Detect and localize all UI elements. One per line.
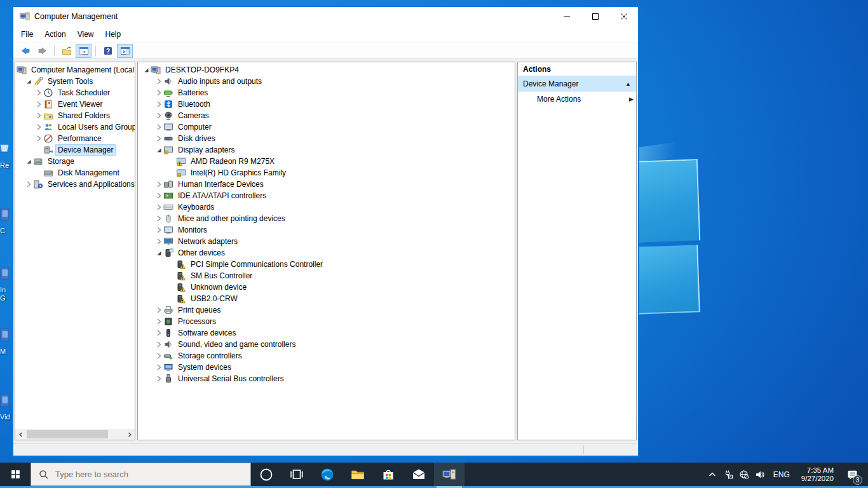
taskbar-app-microsoft-store[interactable] — [373, 463, 403, 486]
tree-item-storage-controllers[interactable]: Storage controllers — [138, 350, 515, 362]
tree-item-system-devices[interactable]: System devices — [138, 362, 515, 373]
tree-item-audio-inputs-and-outputs[interactable]: Audio inputs and outputs — [138, 76, 515, 87]
collapse-caret-icon[interactable]: ▲ — [625, 81, 631, 87]
tree-item-intel-r-hd-graphics-family[interactable]: Intel(R) HD Graphics Family — [138, 167, 515, 179]
chevron-collapsed-icon[interactable] — [34, 111, 43, 120]
tree-item-local-users-and-groups[interactable]: Local Users and Groups — [15, 121, 135, 133]
tree-item-disk-drives[interactable]: Disk drives — [138, 133, 515, 144]
chevron-collapsed-icon[interactable] — [154, 340, 163, 349]
chevron-collapsed-icon[interactable] — [154, 77, 163, 86]
desktop-icon-vid[interactable]: Vid — [0, 393, 14, 421]
tree-item-system-tools[interactable]: System Tools — [15, 76, 135, 87]
desktop-icon-ing[interactable]: In G — [0, 266, 14, 302]
menu-action[interactable]: Action — [39, 27, 71, 41]
expand-caret-icon[interactable]: ▶ — [629, 96, 634, 102]
tree-item-sound-video-and-game-controllers[interactable]: Sound, video and game controllers — [138, 339, 515, 350]
chevron-expanded-icon[interactable] — [24, 157, 33, 166]
tree-item-computer[interactable]: Computer — [138, 121, 515, 133]
taskbar-app-file-explorer[interactable] — [342, 463, 373, 486]
chevron-collapsed-icon[interactable] — [154, 351, 163, 360]
chevron-collapsed-icon[interactable] — [154, 237, 163, 246]
language-indicator[interactable]: ENG — [768, 470, 795, 479]
scroll-right-arrow[interactable] — [124, 429, 135, 440]
show-console-tree-button[interactable] — [76, 44, 92, 58]
chevron-collapsed-icon[interactable] — [154, 88, 163, 97]
power-plug-tray-item[interactable] — [721, 462, 736, 487]
tree-item-computer-management-local[interactable]: Computer Management (Local — [15, 64, 135, 76]
taskbar-app-edge[interactable] — [312, 463, 342, 486]
scroll-left-arrow[interactable] — [15, 429, 26, 440]
tree-item-batteries[interactable]: Batteries — [138, 87, 515, 98]
tree-item-cameras[interactable]: Cameras — [138, 110, 515, 121]
taskbar-app-mail[interactable] — [403, 463, 434, 486]
tree-item-keyboards[interactable]: Keyboards — [138, 201, 515, 213]
chevron-collapsed-icon[interactable] — [24, 180, 33, 189]
tree-item-processors[interactable]: Processors — [138, 316, 515, 327]
close-button[interactable] — [609, 7, 638, 26]
taskbar-app-task-view[interactable] — [281, 463, 312, 486]
menu-help[interactable]: Help — [100, 27, 127, 41]
chevron-collapsed-icon[interactable] — [154, 363, 163, 372]
chevron-collapsed-icon[interactable] — [34, 88, 43, 97]
chevron-collapsed-icon[interactable] — [154, 123, 163, 132]
taskbar-app-computer-management[interactable] — [434, 463, 465, 486]
chevron-collapsed-icon[interactable] — [34, 100, 43, 109]
clock[interactable]: 7:35 AM 9/27/2020 — [795, 466, 840, 483]
tree-item-print-queues[interactable]: Print queues — [138, 304, 515, 316]
tree-item-display-adapters[interactable]: Display adapters — [138, 144, 515, 156]
menu-view[interactable]: View — [72, 27, 100, 41]
chevron-collapsed-icon[interactable] — [34, 123, 43, 132]
folder-arrow-button[interactable] — [58, 44, 74, 58]
network-tray-item[interactable] — [736, 462, 752, 487]
chevron-collapsed-icon[interactable] — [154, 203, 163, 212]
tree-item-mice-and-other-pointing-devices[interactable]: Mice and other pointing devices — [138, 213, 515, 224]
more-actions-item[interactable]: More Actions ▶ — [518, 92, 636, 107]
tree-item-network-adapters[interactable]: Network adapters — [138, 236, 515, 247]
maximize-button[interactable] — [581, 7, 609, 26]
chevron-collapsed-icon[interactable] — [154, 111, 163, 120]
taskbar-app-cortana[interactable] — [251, 463, 281, 486]
chevron-collapsed-icon[interactable] — [34, 134, 43, 143]
scrollbar-thumb[interactable] — [27, 430, 108, 438]
menu-file[interactable]: File — [15, 27, 39, 41]
start-button[interactable] — [0, 463, 31, 486]
tree-item-monitors[interactable]: Monitors — [138, 224, 515, 236]
chevron-collapsed-icon[interactable] — [154, 317, 163, 326]
tree-item-human-interface-devices[interactable]: Human Interface Devices — [138, 179, 515, 190]
tree-item-other-devices[interactable]: Other devices — [138, 247, 515, 259]
title-bar[interactable]: Computer Management — [13, 7, 638, 26]
tree-item-pci-simple-communications-controller[interactable]: PCI Simple Communications Controller — [138, 259, 515, 270]
actions-group-device-manager[interactable]: Device Manager ▲ — [518, 76, 636, 92]
chevron-collapsed-icon[interactable] — [154, 214, 163, 223]
tree-item-disk-management[interactable]: Disk Management — [15, 167, 135, 179]
tree-item-ide-ata-atapi-controllers[interactable]: IDE ATA/ATAPI controllers — [138, 190, 515, 201]
tree-item-usb2-0-crw[interactable]: USB2.0-CRW — [138, 293, 515, 304]
tree-item-storage[interactable]: Storage — [15, 156, 135, 167]
minimize-button[interactable] — [552, 7, 581, 26]
volume-tray-item[interactable] — [752, 462, 768, 487]
back-button[interactable] — [17, 44, 33, 58]
chevron-expanded-icon[interactable] — [154, 248, 163, 257]
tree-item-services-and-applications[interactable]: Services and Applications — [15, 179, 135, 190]
tree-item-unknown-device[interactable]: Unknown device — [138, 281, 515, 293]
chevron-collapsed-icon[interactable] — [154, 374, 163, 383]
desktop-icon-c[interactable]: C — [0, 207, 14, 235]
tree-item-universal-serial-bus-controllers[interactable]: Universal Serial Bus controllers — [138, 373, 515, 384]
forward-button[interactable] — [34, 44, 50, 58]
action-center-button[interactable]: 3 — [840, 462, 864, 487]
tree-item-performance[interactable]: Performance — [15, 133, 135, 144]
tree-item-sm-bus-controller[interactable]: SM Bus Controller — [138, 270, 515, 281]
tree-item-device-manager[interactable]: Device Manager — [15, 144, 135, 156]
show-action-pane-button[interactable] — [117, 44, 133, 58]
tree-item-amd-radeon-r9-m275x[interactable]: AMD Radeon R9 M275X — [138, 156, 515, 167]
tree-item-task-scheduler[interactable]: Task Scheduler — [15, 87, 135, 98]
tree-item-desktop-do9fkp4[interactable]: DESKTOP-DO9FKP4 — [138, 64, 515, 76]
chevron-collapsed-icon[interactable] — [154, 134, 163, 143]
desktop-icon-re[interactable]: Re — [0, 141, 14, 170]
chevron-collapsed-icon[interactable] — [154, 100, 163, 109]
chevron-collapsed-icon[interactable] — [154, 191, 163, 200]
hidden-icons-chevron[interactable] — [705, 462, 721, 487]
tree-item-bluetooth[interactable]: Bluetooth — [138, 98, 515, 110]
tree-item-software-devices[interactable]: Software devices — [138, 327, 515, 339]
chevron-collapsed-icon[interactable] — [154, 226, 163, 234]
